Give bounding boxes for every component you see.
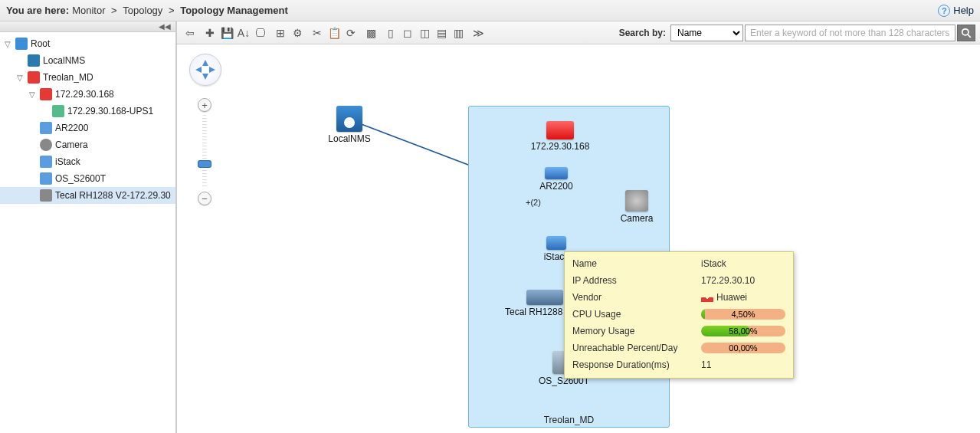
sidebar: ◀◀ ▽RootLocalNMS▽Treolan_MD▽172.29.30.16… — [0, 21, 176, 433]
tree-item-0[interactable]: ▽Root — [0, 35, 175, 52]
tree-item-label: Root — [31, 38, 50, 49]
topology-canvas[interactable]: + − LocalNMS Treolan_MD — [177, 44, 980, 433]
toolbar-button-14[interactable]: ▤ — [433, 25, 450, 41]
tree-item-icon — [40, 122, 52, 134]
tree-item-3[interactable]: ▽172.29.30.168 — [0, 86, 175, 103]
tt-mem-k: Memory Usage — [572, 326, 701, 336]
tt-ip-k: IP Address — [572, 275, 701, 286]
tree-item-icon — [40, 139, 52, 151]
toolbar-button-10[interactable]: ▩ — [362, 25, 379, 41]
help-icon: ? — [938, 5, 950, 17]
tree-item-label: Tecal RH1288 V2-172.29.30 — [55, 190, 171, 201]
tree-item-7[interactable]: iStack — [0, 153, 175, 170]
tt-cpu-k: CPU Usage — [572, 309, 701, 320]
tree-toggle-icon[interactable]: ▽ — [3, 40, 12, 48]
tt-name-v: iStack — [701, 258, 785, 269]
unreach-bar: 00,00% — [701, 343, 785, 353]
huawei-logo-icon — [701, 293, 713, 302]
tt-vendor-v: Huawei — [716, 292, 747, 303]
toolbar-button-13[interactable]: ◫ — [416, 25, 433, 41]
node-gateway-label: 172.29.30.168 — [531, 141, 590, 152]
tree-item-4[interactable]: 172.29.30.168-UPS1 — [0, 103, 175, 120]
svg-marker-2 — [202, 60, 208, 66]
topology-group-label: Treolan_MD — [469, 415, 669, 425]
tree-item-6[interactable]: Camera — [0, 136, 175, 153]
tree-item-icon — [40, 156, 52, 168]
tt-vendor-k: Vendor — [572, 292, 701, 303]
tt-cpu-v: 4,50% — [731, 310, 755, 319]
help-label: Help — [953, 5, 974, 16]
tree-item-label: Treolan_MD — [43, 72, 93, 83]
node-camera-label: Camera — [621, 213, 654, 224]
gateway-icon — [546, 121, 574, 139]
tree-item-icon — [28, 54, 40, 67]
toolbar-button-1[interactable]: ✚ — [202, 25, 218, 41]
toolbar-button-11[interactable]: ▯ — [382, 25, 399, 41]
server-icon — [526, 290, 563, 305]
search-label: Search by: — [619, 28, 666, 38]
svg-marker-3 — [202, 74, 208, 80]
nms-icon — [336, 106, 362, 132]
tt-resp-k: Response Duration(ms) — [572, 359, 701, 370]
sidebar-collapse-button[interactable]: ◀◀ — [0, 21, 175, 32]
toolbar-button-16[interactable]: ≫ — [470, 25, 487, 41]
breadcrumb-seg-1[interactable]: Topology — [123, 5, 162, 16]
router-icon — [545, 167, 568, 179]
mem-bar: 58,00% — [701, 326, 785, 336]
tree-item-8[interactable]: OS_S2600T — [0, 170, 175, 187]
toolbar-button-5[interactable]: ⊞ — [272, 25, 289, 41]
tree-item-icon — [52, 105, 64, 117]
breadcrumb-seg-2[interactable]: Topology Management — [180, 5, 288, 16]
toolbar-button-6[interactable]: ⚙ — [289, 25, 306, 41]
zoom-slider[interactable] — [202, 115, 207, 189]
node-ar2200[interactable]: AR2200 — [514, 167, 598, 192]
breadcrumb: You are here: Monitor > Topology > Topol… — [6, 5, 288, 16]
toolbar-button-0[interactable]: ⇦ — [182, 25, 198, 41]
pan-compass[interactable] — [189, 54, 221, 86]
svg-line-1 — [968, 34, 971, 37]
tree-item-2[interactable]: ▽Treolan_MD — [0, 69, 175, 86]
node-gateway[interactable]: 172.29.30.168 — [518, 121, 602, 152]
zoom-in-button[interactable]: + — [198, 98, 211, 112]
zoom-handle[interactable] — [198, 161, 211, 167]
tree-toggle-icon[interactable]: ▽ — [15, 74, 25, 82]
search-button[interactable] — [957, 25, 975, 41]
toolbar-button-8[interactable]: 📋 — [326, 25, 343, 41]
link-annotation: +(2) — [526, 198, 541, 207]
tree-item-label: 172.29.30.168 — [55, 89, 114, 100]
svg-point-0 — [962, 28, 969, 34]
breadcrumb-seg-0[interactable]: Monitor — [72, 5, 105, 16]
tree-item-label: AR2200 — [55, 123, 88, 133]
tt-unreach-k: Unreachable Percent/Day — [572, 343, 701, 353]
search-input[interactable] — [745, 25, 955, 41]
node-localnms[interactable]: LocalNMS — [307, 106, 392, 144]
device-tree[interactable]: ▽RootLocalNMS▽Treolan_MD▽172.29.30.16817… — [0, 32, 175, 433]
tree-item-icon — [40, 88, 52, 100]
tree-item-label: OS_S2600T — [55, 173, 106, 184]
toolbar-button-2[interactable]: 💾 — [218, 25, 235, 41]
tree-item-9[interactable]: Tecal RH1288 V2-172.29.30 — [0, 187, 175, 204]
toolbar-button-7[interactable]: ✂ — [309, 25, 326, 41]
toolbar-button-15[interactable]: ▥ — [450, 25, 467, 41]
tree-item-1[interactable]: LocalNMS — [0, 52, 175, 69]
tt-resp-v: 11 — [701, 359, 785, 370]
toolbar: ⇦✚💾A↓🖵⊞⚙✂📋⟳▩▯◻◫▤▥≫ Search by: Name — [177, 21, 980, 44]
tree-item-icon — [40, 189, 52, 202]
toolbar-button-3[interactable]: A↓ — [235, 25, 252, 41]
cpu-bar: 4,50% — [701, 309, 785, 320]
breadcrumb-prefix: You are here: — [6, 5, 69, 16]
toolbar-button-4[interactable]: 🖵 — [252, 25, 269, 41]
tree-item-icon — [15, 38, 28, 50]
compass-icon — [194, 58, 217, 81]
node-camera[interactable]: Camera — [595, 190, 679, 224]
node-ar2200-label: AR2200 — [539, 181, 572, 192]
help-link[interactable]: ? Help — [938, 5, 974, 17]
tree-toggle-icon[interactable]: ▽ — [28, 90, 37, 99]
search-field-select[interactable]: Name — [670, 25, 743, 41]
tree-item-icon — [28, 71, 40, 84]
toolbar-button-9[interactable]: ⟳ — [343, 25, 359, 41]
tree-item-5[interactable]: AR2200 — [0, 120, 175, 136]
toolbar-button-12[interactable]: ◻ — [399, 25, 416, 41]
node-localnms-label: LocalNMS — [328, 133, 370, 144]
zoom-out-button[interactable]: − — [198, 192, 211, 205]
